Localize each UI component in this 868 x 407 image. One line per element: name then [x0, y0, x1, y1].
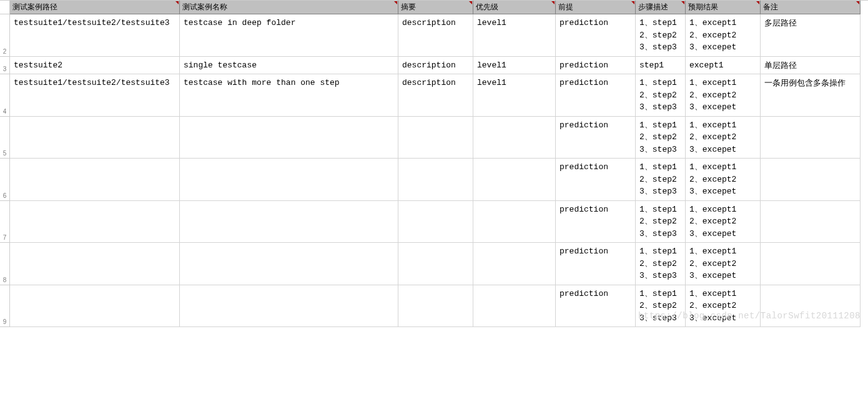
cell-path[interactable] [10, 285, 180, 328]
cell-pre[interactable]: prediction [556, 159, 636, 201]
cell-steps[interactable]: 1、step1 2、step2 3、step3 [636, 159, 686, 201]
cell-steps[interactable]: 1、step1 2、step2 3、step3 [636, 74, 686, 117]
spreadsheet-grid[interactable]: 测试案例路径 测试案例名称 摘要 优先级 前提 步骤描述 预期结果 备注 2 t… [0, 0, 868, 327]
cell-summary[interactable] [398, 201, 473, 243]
cell-priority[interactable] [473, 243, 556, 285]
cell-pre[interactable]: prediction [556, 243, 636, 285]
row-number[interactable]: 3 [0, 57, 10, 75]
row-number[interactable]: 9 [0, 285, 10, 328]
cell-pre[interactable]: prediction [556, 14, 636, 57]
cell-steps[interactable]: 1、step1 2、step2 3、step3 [636, 14, 686, 57]
cell-note[interactable]: 单层路径 [761, 57, 861, 75]
cell-name[interactable] [180, 117, 398, 159]
row-number[interactable]: 7 [0, 201, 10, 243]
cell-pre[interactable]: prediction [556, 74, 636, 117]
cell-path[interactable]: testsuite1/testsuite2/testsuite3 [10, 74, 180, 117]
row-number[interactable]: 4 [0, 74, 10, 117]
cell-path[interactable] [10, 201, 180, 243]
cell-note[interactable] [761, 243, 861, 285]
cell-summary[interactable] [398, 117, 473, 159]
cell-expect[interactable]: 1、except1 2、except2 3、excepet [686, 14, 761, 57]
col-header-steps[interactable]: 步骤描述 [636, 1, 686, 14]
cell-summary[interactable] [398, 159, 473, 201]
col-header-expected[interactable]: 预期结果 [686, 1, 761, 14]
col-header-note[interactable]: 备注 [761, 1, 861, 14]
cell-pre[interactable]: prediction [556, 117, 636, 159]
cell-name[interactable]: single testcase [180, 57, 398, 75]
cell-name[interactable]: testcase in deep folder [180, 14, 398, 57]
cell-path[interactable] [10, 117, 180, 159]
cell-note[interactable]: 多层路径 [761, 14, 861, 57]
row-number[interactable]: 8 [0, 243, 10, 285]
cell-priority[interactable] [473, 285, 556, 328]
col-header-name[interactable]: 测试案例名称 [180, 1, 398, 14]
cell-expect[interactable]: 1、except1 2、except2 3、excepet [686, 159, 761, 201]
col-header-priority[interactable]: 优先级 [473, 1, 556, 14]
row-number[interactable]: 6 [0, 159, 10, 201]
cell-expect[interactable]: 1、except1 2、except2 3、excepet [686, 74, 761, 117]
cell-name[interactable]: testcase with more than one step [180, 74, 398, 117]
cell-pre[interactable]: prediction [556, 201, 636, 243]
cell-pre[interactable]: prediction [556, 285, 636, 328]
cell-priority[interactable]: level1 [473, 14, 556, 57]
cell-priority[interactable] [473, 201, 556, 243]
cell-priority[interactable]: level1 [473, 57, 556, 75]
cell-steps[interactable]: step1 [636, 57, 686, 75]
cell-priority[interactable] [473, 159, 556, 201]
row-gutter-header [0, 1, 10, 14]
cell-summary[interactable]: description [398, 74, 473, 117]
row-number[interactable]: 2 [0, 14, 10, 57]
cell-expect[interactable]: except1 [686, 57, 761, 75]
cell-steps[interactable]: 1、step1 2、step2 3、step3 [636, 201, 686, 243]
cell-note[interactable]: 一条用例包含多条操作 [761, 74, 861, 117]
row-number[interactable]: 5 [0, 117, 10, 159]
cell-summary[interactable] [398, 285, 473, 328]
cell-summary[interactable]: description [398, 14, 473, 57]
cell-path[interactable]: testsuite2 [10, 57, 180, 75]
watermark-text: https://blog.csdn.net/TalorSwfit20111208 [638, 311, 861, 321]
cell-note[interactable] [761, 117, 861, 159]
cell-path[interactable]: testsuite1/testsuite2/testsuite3 [10, 14, 180, 57]
cell-steps[interactable]: 1、step1 2、step2 3、step3 [636, 117, 686, 159]
cell-path[interactable] [10, 243, 180, 285]
cell-pre[interactable]: prediction [556, 57, 636, 75]
col-header-summary[interactable]: 摘要 [398, 1, 473, 14]
cell-note[interactable] [761, 201, 861, 243]
cell-name[interactable] [180, 159, 398, 201]
cell-name[interactable] [180, 285, 398, 328]
cell-expect[interactable]: 1、except1 2、except2 3、excepet [686, 117, 761, 159]
cell-summary[interactable] [398, 243, 473, 285]
cell-expect[interactable]: 1、except1 2、except2 3、excepet [686, 201, 761, 243]
cell-note[interactable] [761, 159, 861, 201]
cell-name[interactable] [180, 201, 398, 243]
cell-name[interactable] [180, 243, 398, 285]
cell-priority[interactable]: level1 [473, 74, 556, 117]
cell-expect[interactable]: 1、except1 2、except2 3、excepet [686, 243, 761, 285]
cell-steps[interactable]: 1、step1 2、step2 3、step3 [636, 243, 686, 285]
cell-summary[interactable]: description [398, 57, 473, 75]
col-header-precondition[interactable]: 前提 [556, 1, 636, 14]
col-header-path[interactable]: 测试案例路径 [10, 1, 180, 14]
cell-path[interactable] [10, 159, 180, 201]
cell-priority[interactable] [473, 117, 556, 159]
